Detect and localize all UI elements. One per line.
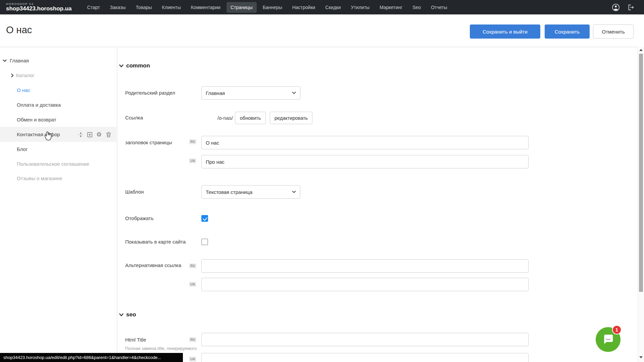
lang-badge-ua: UA <box>189 282 196 287</box>
lang-badge-ru: RU <box>189 263 196 268</box>
lang-badge-ru: RU <box>189 337 196 342</box>
move-icon[interactable] <box>78 132 84 138</box>
chat-bubble-icon <box>601 332 615 347</box>
parent-section-label: Родительский раздел <box>125 90 175 96</box>
edit-link-button[interactable]: редактировать <box>270 112 312 124</box>
html-title-ru-input[interactable] <box>201 333 529 346</box>
status-url-bar: shop34423.horoshop.ua/edit/edit.php?id=6… <box>0 353 183 362</box>
sidebar-item-label: Оплата и доставка <box>17 102 61 108</box>
page-title-ru-input[interactable] <box>201 136 529 149</box>
sidebar-item-blog[interactable]: Блог <box>0 142 116 157</box>
page: HOROSHOP V4 shop34423.horoshop.ua Старт … <box>0 0 644 362</box>
scrollbar-thumb[interactable] <box>639 54 643 292</box>
sidebar-item-label: О нас <box>17 87 30 93</box>
lang-badge-ua: UA <box>189 158 196 163</box>
sidebar-item-label: Блог <box>17 146 28 152</box>
lang-badge-ua: UA <box>189 357 196 362</box>
selected-value: Главная <box>206 90 225 96</box>
nav-item-discounts[interactable]: Скидки <box>321 2 345 13</box>
nav-item-comments[interactable]: Комментарии <box>187 2 225 13</box>
nav-item-pages[interactable]: Страницы <box>227 2 257 13</box>
user-icon[interactable] <box>612 3 620 11</box>
sidebar-item-label: Контактная инфор <box>17 132 60 137</box>
selected-value: Текстовая страница <box>206 189 252 195</box>
page-title-label: заголовок страницы <box>125 140 172 145</box>
nav-right <box>612 0 635 14</box>
nav-item-seo[interactable]: Seo <box>408 2 425 13</box>
nav-item-banners[interactable]: Баннеры <box>259 2 286 13</box>
nav-item-utilities[interactable]: Утилиты <box>347 2 374 13</box>
chevron-down-icon <box>119 312 123 318</box>
sidebar-item-label: Главная <box>10 58 29 63</box>
chat-unread-badge: 1 <box>612 325 622 334</box>
scrollbar-up-arrow[interactable] <box>639 49 643 51</box>
display-checkbox[interactable] <box>201 215 208 222</box>
link-label: Ссылка <box>125 115 143 120</box>
nav-item-settings[interactable]: Настройки <box>288 2 319 13</box>
parent-section-select[interactable]: Главная <box>201 86 300 100</box>
template-label: Шаблон <box>125 189 144 195</box>
template-select[interactable]: Текстовая страница <box>201 185 300 199</box>
cancel-button[interactable]: Отменить <box>593 24 634 39</box>
nav-item-reports[interactable]: Отчеты <box>427 2 451 13</box>
chevron-down-icon <box>292 191 296 193</box>
nav-menu: Старт Заказы Товары Клиенты Комментарии … <box>83 2 451 13</box>
html-title-label: Html Title <box>125 337 146 343</box>
section-seo[interactable]: seo <box>119 311 136 318</box>
page-title: О нас <box>6 24 32 36</box>
nav-item-orders[interactable]: Заказы <box>106 2 130 13</box>
refresh-link-button[interactable]: обновить <box>235 112 266 124</box>
chevron-right-icon <box>11 73 14 77</box>
sidebar-divider <box>117 47 117 362</box>
top-navbar: HOROSHOP V4 shop34423.horoshop.ua Старт … <box>0 0 644 14</box>
section-title: common <box>126 62 150 69</box>
nav-item-products[interactable]: Товары <box>132 2 156 13</box>
save-and-exit-button[interactable]: Сохранить и выйти <box>470 24 540 39</box>
sidebar-item-oplata[interactable]: Оплата и доставка <box>0 97 116 112</box>
delete-icon[interactable] <box>105 132 111 138</box>
display-label: Отображать <box>125 215 154 221</box>
logo-domain: shop34423.horoshop.ua <box>6 6 72 12</box>
logo: HOROSHOP V4 shop34423.horoshop.ua <box>6 3 72 12</box>
header-divider <box>0 47 638 47</box>
page-header: О нас Сохранить и выйти Сохранить Отмени… <box>0 14 644 47</box>
logout-icon[interactable] <box>627 3 635 11</box>
page-title-ua-input[interactable] <box>201 155 529 168</box>
sidebar-item-glavnaya[interactable]: Главная <box>0 53 116 68</box>
sidebar-item-label: Пользовательское соглашение <box>17 161 89 167</box>
sidebar-item-label: Отзывы о магазине <box>17 175 62 181</box>
sidebar-item-kontaktnaya[interactable]: Контактная инфор ⚙ <box>0 127 116 142</box>
sidebar-item-katalog[interactable]: Каталог <box>0 68 116 83</box>
add-icon[interactable] <box>87 132 93 138</box>
scrollbar-down-arrow[interactable] <box>639 356 643 358</box>
sidebar-item-soglashenie[interactable]: Пользовательское соглашение <box>0 156 116 171</box>
sidebar-item-label: Обмен и возврат <box>17 117 56 122</box>
nav-item-start[interactable]: Старт <box>83 2 104 13</box>
html-title-ua-input[interactable] <box>201 353 529 362</box>
sidebar-item-o-nas[interactable]: О нас <box>0 83 116 98</box>
sitemap-checkbox[interactable] <box>201 239 208 245</box>
html-title-hint: Полная замена title, генерируемого <box>125 346 197 351</box>
nav-item-marketing[interactable]: Маркетинг <box>376 2 406 13</box>
gear-icon[interactable]: ⚙ <box>96 132 102 138</box>
sitemap-label: Показывать в карте сайта <box>125 239 186 245</box>
alt-link-ua-input[interactable] <box>201 278 529 291</box>
alt-link-label: Альтернативная ссылка <box>125 262 181 268</box>
nav-item-clients[interactable]: Клиенты <box>158 2 185 13</box>
chevron-down-icon <box>119 63 123 69</box>
alt-link-ru-input[interactable] <box>201 259 529 273</box>
link-path: /o-nas/ <box>217 115 233 121</box>
section-title: seo <box>126 311 136 318</box>
chevron-down-icon <box>3 59 7 62</box>
lang-badge-ru: RU <box>189 139 196 144</box>
sidebar-item-otzyvy[interactable]: Отзывы о магазине <box>0 171 116 186</box>
sidebar-item-obmen[interactable]: Обмен и возврат <box>0 112 116 127</box>
save-button[interactable]: Сохранить <box>545 24 590 39</box>
chevron-down-icon <box>292 92 296 94</box>
section-common[interactable]: common <box>119 62 150 69</box>
sidebar-item-label: Каталог <box>16 72 35 78</box>
